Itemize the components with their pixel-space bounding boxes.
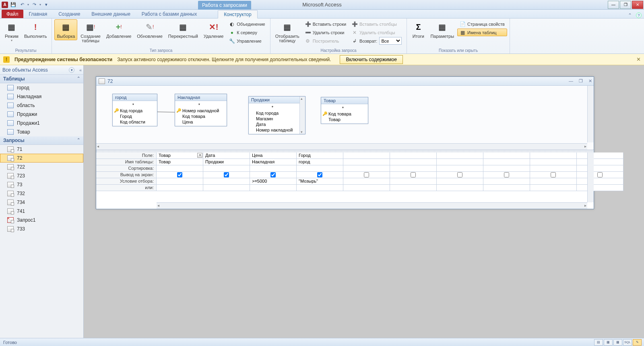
crosstab-button[interactable]: ▦ Перекрестный	[166, 19, 200, 40]
nav-item-query[interactable]: Запрос1	[0, 216, 83, 224]
grid-cell[interactable]	[437, 152, 483, 159]
grid-cell[interactable]	[343, 165, 390, 172]
grid-cell[interactable]	[577, 185, 623, 191]
table-field[interactable]: Номер накладной	[249, 127, 299, 133]
grid-cell[interactable]	[203, 172, 250, 178]
grid-cell[interactable]	[437, 178, 483, 185]
grid-cell[interactable]	[390, 152, 437, 159]
subwindow-titlebar[interactable]: 72 — ❐ ✕	[96, 77, 594, 86]
grid-cell[interactable]: Продажи	[203, 159, 250, 165]
nav-item-query[interactable]: 732	[0, 189, 83, 198]
grid-cell[interactable]: Цена	[250, 152, 297, 159]
view-datasheet-button[interactable]: ▤	[594, 339, 603, 346]
grid-cell[interactable]	[390, 159, 437, 165]
grid-cell[interactable]	[483, 159, 530, 165]
grid-cell[interactable]: город	[297, 159, 343, 165]
show-checkbox[interactable]	[177, 172, 182, 177]
table-field[interactable]: Код товара	[175, 113, 227, 119]
table-field[interactable]: 🔑Код товара	[321, 111, 368, 117]
grid-cell[interactable]: Товар	[157, 159, 203, 165]
grid-cell[interactable]: Город	[297, 152, 343, 159]
show-checkbox[interactable]	[270, 172, 276, 177]
grid-cell[interactable]	[250, 172, 297, 178]
grid-cell[interactable]	[577, 165, 623, 172]
grid-cell[interactable]	[577, 178, 623, 185]
show-checkbox[interactable]	[597, 172, 603, 177]
append-button[interactable]: +! Добавление	[104, 19, 134, 40]
grid-cell[interactable]	[530, 185, 577, 191]
grid-cell[interactable]	[390, 178, 437, 185]
tab-file[interactable]: Файл	[2, 10, 23, 18]
grid-cell[interactable]: >=5000	[250, 178, 297, 185]
nav-section-queries[interactable]: Запросы⌃	[0, 136, 83, 145]
grid-cell[interactable]: Накладная	[250, 159, 297, 165]
window-close[interactable]: ✕	[632, 1, 643, 9]
grid-cell[interactable]	[483, 172, 530, 178]
table-field[interactable]: Код области	[113, 119, 157, 125]
grid-cell[interactable]	[157, 165, 203, 172]
table-field[interactable]: 🔑Номер накладной	[175, 108, 227, 113]
nav-item-table[interactable]: Продажи1	[0, 119, 83, 128]
grid-cell[interactable]	[437, 185, 483, 191]
table-field[interactable]: *	[175, 102, 227, 108]
security-close-icon[interactable]: ✕	[636, 56, 641, 62]
nav-item-query[interactable]: 71	[0, 145, 83, 154]
nav-item-query[interactable]: 723	[0, 171, 83, 180]
table-box-prodazhi[interactable]: Продажи *Код городаМагазинДатаНомер накл…	[248, 96, 305, 134]
update-button[interactable]: ✎! Обновление	[134, 19, 165, 40]
table-field[interactable]: *	[113, 102, 157, 108]
delete-button[interactable]: ✕! Удаление	[201, 19, 226, 40]
grid-cell[interactable]	[250, 185, 297, 191]
view-pivot-button[interactable]: ▦	[604, 339, 613, 346]
grid-cell[interactable]	[483, 185, 530, 191]
scrollbar[interactable]	[299, 97, 305, 134]
grid-cell[interactable]	[157, 172, 203, 178]
table-field[interactable]: Магазин	[249, 116, 299, 122]
help-icon[interactable]: ?	[636, 12, 642, 18]
grid-cell[interactable]	[157, 185, 203, 191]
grid-vscroll[interactable]	[587, 152, 594, 202]
table-field[interactable]: 🔑Код города	[113, 108, 157, 113]
select-query-button[interactable]: ▦ Выборка	[54, 19, 77, 40]
show-checkbox[interactable]	[551, 172, 556, 177]
tab-external[interactable]: Внешние данные	[86, 10, 136, 18]
show-checkbox[interactable]	[457, 172, 462, 177]
tab-dbtools[interactable]: Работа с базами данных	[136, 10, 202, 18]
grid-cell[interactable]	[390, 172, 437, 178]
nav-item-query[interactable]: 73	[0, 180, 83, 189]
nav-item-query[interactable]: 741	[0, 207, 83, 216]
show-checkbox[interactable]	[411, 172, 416, 177]
grid-cell[interactable]	[530, 152, 577, 159]
dropdown-icon[interactable]: ▾	[197, 153, 202, 158]
table-field[interactable]: Товар	[321, 117, 368, 122]
qat-save[interactable]: 💾	[10, 1, 17, 8]
view-design-button[interactable]: ✎	[633, 339, 642, 346]
deleterows-button[interactable]: ➖Удалить строки	[303, 29, 349, 36]
window-maximize[interactable]: ❐	[620, 1, 631, 9]
return-select[interactable]: Все	[379, 37, 402, 45]
table-field[interactable]: *	[321, 105, 368, 111]
nav-item-query[interactable]: 734	[0, 198, 83, 207]
grid-cell[interactable]	[483, 152, 530, 159]
table-field[interactable]: *	[249, 105, 299, 110]
nav-item-query[interactable]: 722	[0, 163, 83, 171]
show-checkbox[interactable]	[224, 172, 229, 177]
grid-cell[interactable]	[343, 185, 390, 191]
qat-customize[interactable]: ▾	[43, 1, 50, 8]
grid-cell[interactable]	[297, 172, 343, 178]
view-sql-button[interactable]: SQL	[623, 339, 632, 346]
design-grid[interactable]: Поле:Товар▾ДатаЦенаГородИмя таблицы:Това…	[96, 152, 594, 209]
grid-cell[interactable]	[297, 165, 343, 172]
tab-create[interactable]: Создание	[53, 10, 86, 18]
grid-cell[interactable]	[530, 178, 577, 185]
builder-button[interactable]: ⚙Построитель	[303, 37, 349, 45]
grid-cell[interactable]	[203, 185, 250, 191]
showtable-button[interactable]: ▦ Отобразить таблицу	[273, 19, 302, 45]
table-field[interactable]: Город	[113, 113, 157, 119]
table-box-tovar[interactable]: Товар *🔑Код товараТовар	[321, 97, 368, 124]
grid-cell[interactable]	[343, 172, 390, 178]
nav-item-table[interactable]: Накладная	[0, 92, 83, 101]
grid-cell[interactable]	[343, 152, 390, 159]
grid-cell[interactable]	[390, 165, 437, 172]
nav-item-table[interactable]: область	[0, 101, 83, 110]
